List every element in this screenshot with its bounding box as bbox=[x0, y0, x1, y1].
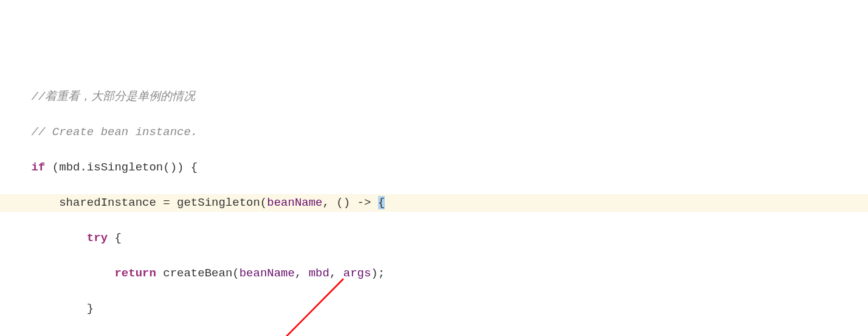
keyword-try: try bbox=[87, 231, 108, 245]
code-line-highlighted: sharedInstance = getSingleton(beanName, … bbox=[0, 194, 868, 212]
code-line: } bbox=[0, 300, 868, 318]
keyword-if: if bbox=[32, 161, 46, 174]
code-line: if (mbd.isSingleton()) { bbox=[0, 159, 868, 177]
comment-text: // Create bean instance. bbox=[32, 125, 198, 139]
code-line: // Create bean instance. bbox=[0, 124, 868, 141]
code-line: return createBean(beanName, mbd, args); bbox=[0, 265, 868, 282]
code-line: //着重看，大部分是单例的情况 bbox=[0, 88, 868, 106]
code-line: try { bbox=[0, 229, 868, 247]
keyword-return: return bbox=[114, 267, 156, 280]
brace-highlight: { bbox=[378, 196, 385, 209]
comment-text: //着重看，大部分是单例的情况 bbox=[32, 90, 196, 103]
code-block: //着重看，大部分是单例的情况 // Create bean instance.… bbox=[0, 71, 868, 336]
